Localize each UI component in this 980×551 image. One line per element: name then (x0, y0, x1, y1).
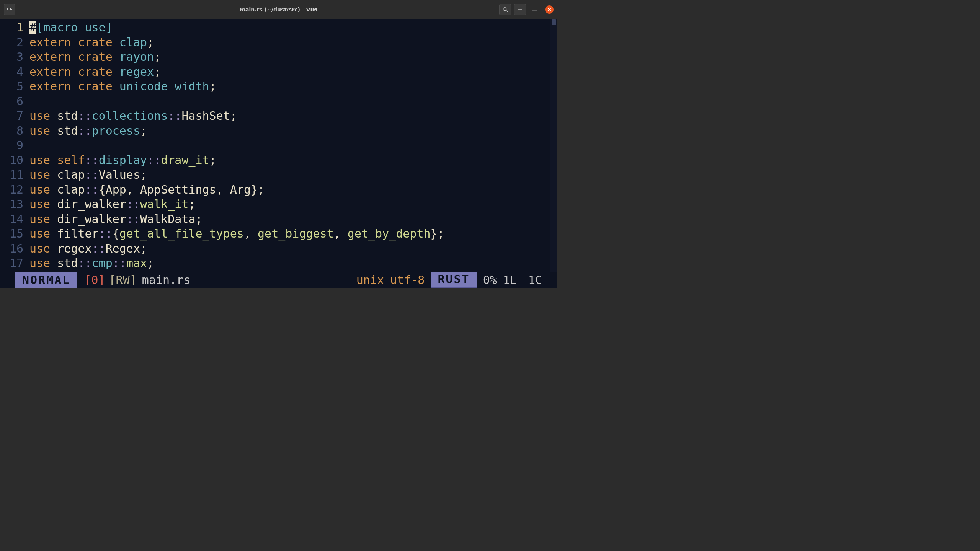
code-line[interactable]: use clap::{App, AppSettings, Arg}; (29, 183, 557, 197)
new-tab-button[interactable] (4, 4, 15, 15)
scrollbar[interactable] (550, 19, 557, 272)
buffer-indicator: [0] (84, 273, 105, 287)
code-line[interactable]: use dir_walker::WalkData; (29, 212, 557, 227)
line-number-gutter: 1234567891011121314151617 (0, 19, 29, 272)
statusline: NORMAL [0] [RW] main.rs unix utf-8 RUST … (0, 272, 557, 288)
line-number: 14 (0, 212, 29, 227)
bottom-chrome (0, 288, 557, 302)
svg-point-0 (503, 8, 506, 11)
code-line[interactable]: use std::process; (29, 124, 557, 139)
readwrite-indicator: [RW] (109, 273, 137, 287)
line-number: 3 (0, 50, 29, 65)
column-indicator: 1C (528, 273, 542, 287)
close-icon (547, 8, 551, 11)
code-line[interactable]: use filter::{get_all_file_types, get_big… (29, 227, 557, 241)
line-number: 15 (0, 227, 29, 241)
line-number: 8 (0, 124, 29, 139)
line-number: 4 (0, 65, 29, 80)
search-icon (502, 7, 508, 13)
line-number: 16 (0, 241, 29, 256)
window-title: main.rs (~/dust/src) - VIM (240, 7, 317, 13)
minimize-button[interactable]: — (528, 4, 541, 15)
line-number: 6 (0, 94, 29, 109)
code-line[interactable]: use std::cmp::max; (29, 256, 557, 271)
encoding-indicator: utf-8 (390, 273, 425, 287)
line-number: 7 (0, 109, 29, 124)
line-number: 17 (0, 256, 29, 271)
code-line[interactable]: extern crate unicode_width; (29, 79, 557, 94)
line-number: 5 (0, 79, 29, 94)
line-number: 9 (0, 138, 29, 153)
line-indicator: 1L (503, 273, 517, 287)
close-button[interactable] (545, 5, 554, 14)
code-line[interactable] (29, 94, 557, 109)
percent-indicator: 0% (483, 273, 497, 287)
line-number: 10 (0, 153, 29, 168)
code-line[interactable]: use std::collections::HashSet; (29, 109, 557, 124)
filetype-indicator: RUST (431, 272, 477, 288)
scrollbar-thumb[interactable] (552, 19, 556, 25)
line-number: 13 (0, 197, 29, 212)
menu-button[interactable] (514, 4, 526, 15)
filename-indicator: main.rs (142, 273, 190, 287)
code-line[interactable]: use clap::Values; (29, 168, 557, 183)
line-number: 11 (0, 168, 29, 183)
code-line[interactable]: extern crate rayon; (29, 50, 557, 65)
editor[interactable]: 1234567891011121314151617 #[macro_use]ex… (0, 19, 557, 272)
hamburger-icon (517, 7, 523, 13)
code-line[interactable]: use regex::Regex; (29, 241, 557, 256)
fileformat-indicator: unix (356, 273, 384, 287)
line-number: 12 (0, 183, 29, 197)
code-line[interactable]: use self::display::draw_it; (29, 153, 557, 168)
line-number: 2 (0, 35, 29, 50)
terminal-plus-icon (7, 7, 13, 13)
code-content[interactable]: #[macro_use]extern crate clap;extern cra… (29, 19, 557, 272)
code-line[interactable]: #[macro_use] (29, 20, 557, 35)
svg-line-1 (506, 10, 508, 12)
code-line[interactable]: use dir_walker::walk_it; (29, 197, 557, 212)
code-line[interactable]: extern crate regex; (29, 65, 557, 80)
vim-window: main.rs (~/dust/src) - VIM — 12345678910… (0, 0, 557, 302)
line-number: 1 (0, 20, 29, 35)
code-line[interactable] (29, 138, 557, 153)
titlebar: main.rs (~/dust/src) - VIM — (0, 0, 557, 19)
code-line[interactable]: extern crate clap; (29, 35, 557, 50)
search-button[interactable] (499, 4, 511, 15)
mode-indicator: NORMAL (15, 272, 77, 288)
